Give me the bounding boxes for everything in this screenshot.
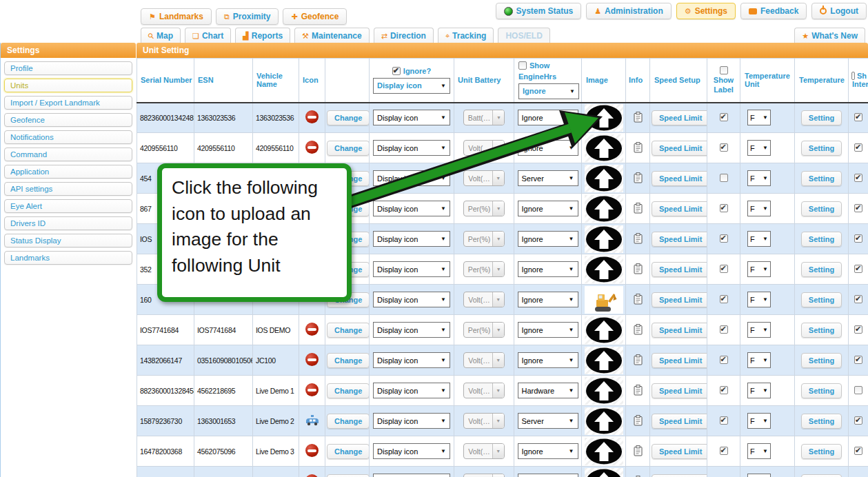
enginehrs-select[interactable]: Hardware	[518, 383, 578, 398]
speed-limit-button[interactable]: Speed Limit	[652, 232, 707, 247]
speed-limit-button[interactable]: Speed Limit	[652, 444, 707, 459]
info-icon[interactable]	[634, 449, 643, 458]
ignore-display-select[interactable]: Display icon	[373, 78, 450, 94]
temperature-unit-select[interactable]: F	[747, 322, 771, 338]
temperature-unit-select[interactable]: F	[747, 201, 771, 216]
change-button[interactable]: Change	[327, 110, 370, 125]
enginehrs-select[interactable]: Ignore	[518, 292, 578, 307]
button-feedback[interactable]: Feedback	[740, 3, 807, 19]
temperature-unit-select[interactable]: F	[747, 474, 771, 477]
display-icon-select[interactable]: Display icon	[373, 170, 450, 186]
interval-checkbox[interactable]	[854, 447, 862, 455]
enginehrs-select[interactable]: Ignore	[518, 140, 578, 156]
temperature-unit-select[interactable]: F	[747, 443, 771, 459]
setting-button[interactable]: Setting	[801, 323, 842, 338]
info-icon[interactable]	[634, 176, 643, 185]
info-icon[interactable]	[634, 267, 643, 276]
sidebar-item-api-settings[interactable]: API settings	[4, 182, 132, 196]
setting-button[interactable]: Setting	[801, 292, 842, 307]
image-upload-icon[interactable]	[585, 195, 623, 223]
display-icon-select[interactable]: Display icon	[373, 201, 450, 216]
show-label-checkbox[interactable]	[720, 386, 728, 394]
speed-limit-button[interactable]: Speed Limit	[652, 171, 707, 186]
display-icon-select[interactable]: Display icon	[373, 261, 450, 277]
info-icon[interactable]	[634, 328, 643, 336]
button-administration[interactable]: ♟Administration	[586, 3, 672, 19]
temperature-unit-select[interactable]: F	[747, 140, 771, 156]
display-icon-select[interactable]: Display icon	[373, 443, 450, 459]
display-icon-select[interactable]: Display icon	[373, 474, 450, 477]
enginehrs-select[interactable]: Ignore	[518, 322, 578, 338]
interval-checkbox[interactable]	[854, 356, 862, 364]
enginehrs-select[interactable]: Ignore	[518, 261, 578, 277]
interval-checkbox[interactable]	[854, 174, 862, 182]
setting-button[interactable]: Setting	[801, 474, 842, 477]
image-upload-icon[interactable]	[585, 407, 623, 435]
temperature-unit-select[interactable]: F	[747, 413, 771, 429]
info-icon[interactable]	[634, 207, 643, 215]
sidebar-item-command[interactable]: Command	[4, 148, 132, 161]
button-system-status[interactable]: System Status	[496, 3, 582, 19]
change-button[interactable]: Change	[327, 383, 370, 398]
speed-limit-button[interactable]: Speed Limit	[652, 201, 707, 216]
speed-limit-button[interactable]: Speed Limit	[652, 474, 707, 477]
speed-limit-button[interactable]: Speed Limit	[652, 323, 707, 338]
unit-battery-select[interactable]: Per(%)	[463, 201, 505, 216]
speed-limit-button[interactable]: Speed Limit	[652, 383, 707, 398]
info-icon[interactable]	[634, 419, 643, 427]
image-upload-icon[interactable]	[585, 256, 623, 283]
speed-limit-button[interactable]: Speed Limit	[652, 141, 707, 156]
temperature-unit-select[interactable]: F	[747, 261, 771, 277]
speed-limit-button[interactable]: Speed Limit	[652, 262, 707, 277]
speed-limit-button[interactable]: Speed Limit	[652, 414, 707, 429]
unit-battery-select[interactable]: Volt(…	[463, 474, 505, 477]
show-label-header-checkbox[interactable]	[720, 66, 728, 74]
image-upload-icon[interactable]	[585, 316, 623, 344]
info-icon[interactable]	[634, 358, 643, 367]
interval-checkbox[interactable]	[854, 234, 862, 243]
show-enginehrs-checkbox[interactable]	[518, 61, 527, 70]
setting-button[interactable]: Setting	[801, 232, 842, 247]
unit-battery-select[interactable]: Volt(…	[463, 413, 505, 429]
show-label-checkbox[interactable]	[720, 356, 728, 364]
interval-checkbox[interactable]	[854, 295, 862, 303]
unit-battery-select[interactable]: Volt(…	[463, 292, 505, 307]
show-label-checkbox[interactable]	[720, 325, 728, 334]
display-icon-select[interactable]: Display icon	[373, 322, 450, 338]
temperature-unit-select[interactable]: F	[747, 352, 771, 368]
button-logout[interactable]: Logout	[811, 3, 867, 19]
info-icon[interactable]	[634, 389, 643, 397]
setting-button[interactable]: Setting	[801, 262, 842, 277]
sidebar-item-profile[interactable]: Profile	[4, 61, 132, 75]
tab-tracking[interactable]: ⌖Tracking	[438, 28, 494, 44]
enginehrs-select[interactable]: Ignore	[518, 231, 578, 247]
interval-checkbox[interactable]	[854, 204, 862, 212]
unit-image[interactable]	[585, 286, 623, 314]
interval-checkbox[interactable]	[854, 386, 862, 394]
info-icon[interactable]	[634, 298, 643, 306]
button-geofence[interactable]: ✚Geofence	[283, 8, 347, 25]
interval-checkbox[interactable]	[854, 416, 862, 425]
unit-battery-select[interactable]: Batt(…	[463, 110, 505, 125]
info-icon[interactable]	[634, 237, 643, 245]
interval-checkbox[interactable]	[854, 265, 862, 273]
interval-checkbox[interactable]	[854, 113, 862, 121]
temperature-unit-select[interactable]: F	[747, 292, 771, 307]
image-upload-icon[interactable]	[585, 438, 623, 465]
enginehrs-select[interactable]: Ignore	[518, 110, 578, 125]
unit-battery-select[interactable]: Volt(…	[463, 170, 505, 186]
sidebar-item-eye-alert[interactable]: Eye Alert	[4, 199, 132, 213]
speed-limit-button[interactable]: Speed Limit	[652, 353, 707, 368]
change-button[interactable]: Change	[327, 414, 370, 429]
unit-battery-select[interactable]: Volt(…	[463, 443, 505, 459]
display-icon-select[interactable]: Display icon	[373, 110, 450, 125]
setting-button[interactable]: Setting	[801, 383, 842, 398]
setting-button[interactable]: Setting	[801, 201, 842, 216]
enginehrs-select[interactable]: Server	[518, 413, 578, 429]
tab-map[interactable]: ⚲Map	[141, 28, 181, 44]
show-label-checkbox[interactable]	[720, 265, 728, 273]
setting-button[interactable]: Setting	[801, 414, 842, 429]
setting-button[interactable]: Setting	[801, 141, 842, 156]
tab-whats-new[interactable]: ★ What's New	[794, 28, 865, 44]
image-upload-icon[interactable]	[585, 104, 623, 132]
